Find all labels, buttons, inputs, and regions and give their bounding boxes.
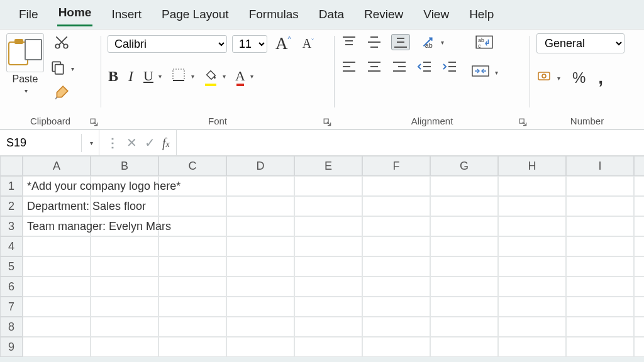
- cell-F2[interactable]: [362, 196, 430, 216]
- cell-A6[interactable]: [23, 277, 91, 297]
- cell-A7[interactable]: [23, 297, 91, 317]
- cell-G5[interactable]: [430, 256, 498, 277]
- cell-C4[interactable]: [158, 236, 226, 256]
- name-box[interactable]: [0, 134, 82, 152]
- cell-A9[interactable]: [23, 337, 91, 357]
- cell-D9[interactable]: [226, 337, 294, 357]
- cell-D7[interactable]: [226, 297, 294, 317]
- align-top-button[interactable]: [341, 35, 357, 49]
- cell-H7[interactable]: [498, 297, 566, 317]
- cell-E2[interactable]: [294, 196, 362, 216]
- menu-review[interactable]: Review: [363, 5, 404, 26]
- cell-F5[interactable]: [362, 256, 430, 277]
- row-header-2[interactable]: 2: [0, 196, 23, 216]
- grow-font-button[interactable]: A^: [272, 33, 294, 54]
- cell-D5[interactable]: [226, 256, 294, 277]
- cell-J6[interactable]: [634, 277, 644, 297]
- cell-I4[interactable]: [566, 236, 634, 256]
- cell-A4[interactable]: [23, 236, 91, 256]
- fill-color-button[interactable]: [203, 67, 218, 85]
- cell-A2[interactable]: Department: Sales floor: [23, 196, 91, 216]
- comma-style-button[interactable]: ,: [597, 67, 604, 89]
- cell-D2[interactable]: [226, 196, 294, 216]
- menu-help[interactable]: Help: [468, 5, 495, 26]
- cell-G8[interactable]: [430, 317, 498, 337]
- row-header-6[interactable]: 6: [0, 277, 23, 297]
- cell-C9[interactable]: [158, 337, 226, 357]
- borders-dropdown[interactable]: ▾: [191, 73, 194, 80]
- cell-E6[interactable]: [294, 277, 362, 297]
- cell-G1[interactable]: [430, 176, 498, 196]
- cell-F7[interactable]: [362, 297, 430, 317]
- align-bottom-button[interactable]: [391, 34, 410, 50]
- col-header-B[interactable]: B: [91, 156, 158, 176]
- cell-H9[interactable]: [498, 337, 566, 357]
- cell-H6[interactable]: [498, 277, 566, 297]
- cell-B5[interactable]: [91, 256, 158, 277]
- cell-C6[interactable]: [158, 277, 226, 297]
- cell-A3[interactable]: Team manager: Evelyn Mars: [23, 216, 91, 236]
- paste-dropdown[interactable]: ▾: [19, 85, 31, 96]
- cell-C2[interactable]: [158, 196, 226, 216]
- format-painter-button[interactable]: [53, 84, 70, 104]
- align-middle-button[interactable]: [366, 35, 382, 49]
- cell-E8[interactable]: [294, 317, 362, 337]
- spreadsheet-grid[interactable]: A B C D E F G H I J 1 *Add your company …: [0, 156, 644, 357]
- col-header-C[interactable]: C: [158, 156, 226, 176]
- font-color-dropdown[interactable]: ▾: [250, 73, 253, 80]
- cell-H3[interactable]: [498, 216, 566, 236]
- cell-B6[interactable]: [91, 277, 158, 297]
- cell-C8[interactable]: [158, 317, 226, 337]
- cell-E4[interactable]: [294, 236, 362, 256]
- align-center-button[interactable]: [366, 60, 382, 74]
- cell-G7[interactable]: [430, 297, 498, 317]
- cell-H5[interactable]: [498, 256, 566, 277]
- wrap-text-button[interactable]: abc: [474, 33, 494, 53]
- menu-home[interactable]: Home: [57, 3, 93, 26]
- col-header-I[interactable]: I: [566, 156, 634, 176]
- copy-button[interactable]: [49, 58, 67, 79]
- row-header-7[interactable]: 7: [0, 297, 23, 317]
- row-header-1[interactable]: 1: [0, 176, 23, 196]
- shrink-font-button[interactable]: Aˇ: [299, 36, 317, 52]
- cell-G9[interactable]: [430, 337, 498, 357]
- cell-F9[interactable]: [362, 337, 430, 357]
- menu-view[interactable]: View: [422, 5, 450, 26]
- row-header-3[interactable]: 3: [0, 216, 23, 236]
- col-header-A[interactable]: A: [23, 156, 91, 176]
- paste-button[interactable]: [6, 33, 44, 72]
- col-header-G[interactable]: G: [430, 156, 498, 176]
- cell-D6[interactable]: [226, 277, 294, 297]
- cut-button[interactable]: [53, 33, 70, 53]
- enter-formula-button[interactable]: ✓: [144, 134, 156, 151]
- fx-more-button[interactable]: ⋮: [106, 134, 119, 151]
- font-color-button[interactable]: A: [235, 67, 246, 85]
- align-left-button[interactable]: [341, 60, 357, 74]
- cell-E3[interactable]: [294, 216, 362, 236]
- cell-B4[interactable]: [91, 236, 158, 256]
- cancel-formula-button[interactable]: ✕: [126, 134, 138, 151]
- align-right-button[interactable]: [391, 60, 408, 74]
- menu-formulas[interactable]: Formulas: [248, 5, 300, 26]
- cell-I1[interactable]: [566, 176, 634, 196]
- cell-D8[interactable]: [226, 317, 294, 337]
- cell-I7[interactable]: [566, 297, 634, 317]
- col-header-D[interactable]: D: [226, 156, 294, 176]
- fx-icon[interactable]: fx: [162, 136, 170, 150]
- cell-I5[interactable]: [566, 256, 634, 277]
- percent-button[interactable]: %: [572, 69, 586, 87]
- cell-B9[interactable]: [91, 337, 158, 357]
- cell-E5[interactable]: [294, 256, 362, 277]
- col-header-F[interactable]: F: [362, 156, 430, 176]
- merge-center-button[interactable]: [470, 62, 491, 82]
- number-format-select[interactable]: General: [536, 33, 625, 53]
- increase-indent-button[interactable]: [441, 60, 458, 74]
- menu-data[interactable]: Data: [318, 5, 345, 26]
- menu-insert[interactable]: Insert: [110, 5, 143, 26]
- alignment-dialog-launcher[interactable]: [518, 118, 528, 128]
- fill-color-dropdown[interactable]: ▾: [223, 73, 226, 80]
- borders-button[interactable]: [170, 67, 187, 85]
- cell-H2[interactable]: [498, 196, 566, 216]
- cell-F3[interactable]: [362, 216, 430, 236]
- cell-E9[interactable]: [294, 337, 362, 357]
